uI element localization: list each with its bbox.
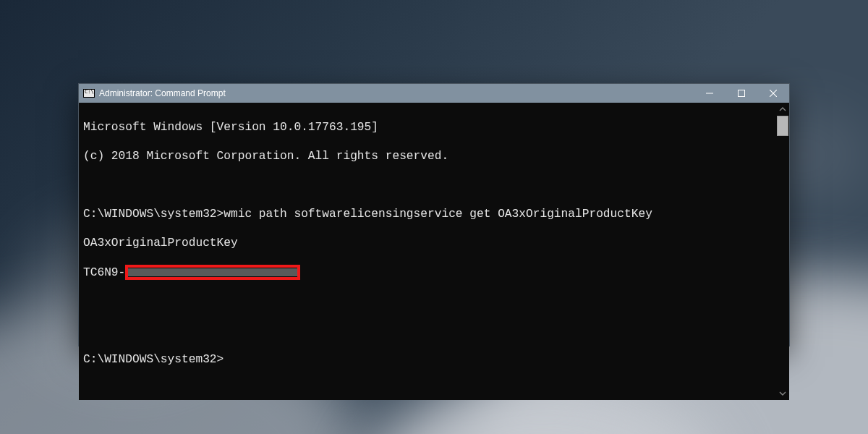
command-prompt-window: Administrator: Command Prompt Microsoft … bbox=[78, 83, 790, 346]
vertical-scrollbar[interactable] bbox=[776, 103, 789, 400]
svg-rect-0 bbox=[739, 90, 745, 97]
banner-line: Microsoft Windows [Version 10.0.17763.19… bbox=[83, 120, 772, 135]
scroll-up-button[interactable] bbox=[776, 103, 789, 116]
scroll-thumb[interactable] bbox=[777, 116, 788, 136]
cmd-icon bbox=[83, 89, 95, 98]
maximize-button[interactable] bbox=[726, 84, 757, 103]
product-key-line: TC6N9- bbox=[83, 265, 772, 280]
key-prefix: TC6N9- bbox=[83, 265, 125, 280]
redacted-key bbox=[125, 265, 300, 280]
result-header: OA3xOriginalProductKey bbox=[83, 236, 772, 250]
command-line: C:\WINDOWS\system32>wmic path softwareli… bbox=[83, 207, 772, 221]
title-bar[interactable]: Administrator: Command Prompt bbox=[79, 84, 789, 103]
copyright-line: (c) 2018 Microsoft Corporation. All righ… bbox=[83, 149, 772, 163]
close-button[interactable] bbox=[757, 84, 789, 103]
current-prompt[interactable]: C:\WINDOWS\system32> bbox=[83, 352, 772, 368]
window-title: Administrator: Command Prompt bbox=[99, 88, 226, 98]
scroll-down-button[interactable] bbox=[776, 387, 789, 400]
minimize-button[interactable] bbox=[694, 84, 726, 103]
terminal-output[interactable]: Microsoft Windows [Version 10.0.17763.19… bbox=[79, 103, 776, 400]
